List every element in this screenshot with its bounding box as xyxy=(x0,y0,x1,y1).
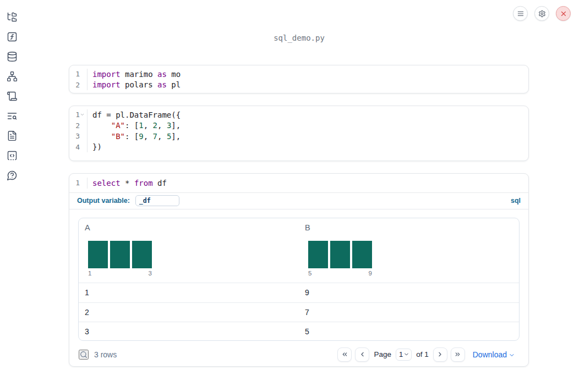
line-number: 4 xyxy=(69,142,87,153)
code-editor[interactable]: 1select * from df xyxy=(69,174,528,193)
table-cell: 9 xyxy=(299,283,519,302)
topbar xyxy=(513,6,571,21)
column-header-A[interactable]: A13 xyxy=(79,218,299,283)
line-number: 3 xyxy=(69,131,87,142)
table-row[interactable]: 35 xyxy=(79,322,519,341)
table-cell: 5 xyxy=(299,322,519,341)
table-header-row: A13B59 xyxy=(79,218,519,283)
sidebar-item-help[interactable] xyxy=(6,171,18,182)
snippets-code-icon xyxy=(7,150,18,163)
line-number-gutter: 12 xyxy=(69,69,88,90)
sidebar-item-snippets[interactable] xyxy=(6,151,18,162)
code-line: import polars as pl xyxy=(92,80,528,91)
histogram-bar xyxy=(110,241,130,268)
settings-button[interactable] xyxy=(534,6,549,21)
column-histogram xyxy=(308,241,372,268)
scroll-icon xyxy=(7,91,18,104)
chevrons-left-icon xyxy=(341,351,348,358)
pagination: Page 1 of 1 xyxy=(337,347,464,362)
network-icon xyxy=(7,71,18,84)
sidebar-item-functions[interactable] xyxy=(6,32,18,43)
file-text-icon xyxy=(7,130,18,143)
code-lines: df = pl.DataFrame({ "A": [1, 2, 3], "B":… xyxy=(88,109,528,152)
sql-cell[interactable]: 1select * from df Output variable: sql A… xyxy=(69,173,529,367)
sidebar-item-datasources[interactable] xyxy=(6,52,18,63)
histogram-bar xyxy=(330,241,350,268)
dataframe-table: A13B59 192735 xyxy=(78,218,520,341)
sidebar xyxy=(0,0,24,392)
line-number: 2 xyxy=(69,120,87,131)
line-number: 1 xyxy=(69,109,87,120)
output-variable-label: Output variable: xyxy=(77,197,130,205)
code-line: df = pl.DataFrame({ xyxy=(92,109,528,120)
column-histogram xyxy=(88,241,152,268)
page-total-label: of 1 xyxy=(416,350,429,358)
output-variable-row: Output variable: sql xyxy=(69,193,528,209)
close-icon xyxy=(560,10,567,18)
table-row[interactable]: 19 xyxy=(79,283,519,302)
download-button[interactable]: Download xyxy=(473,350,515,359)
help-bubble-icon xyxy=(7,170,18,183)
row-count: 3 rows xyxy=(94,350,117,359)
table-cell: 3 xyxy=(79,322,299,341)
last-page-button[interactable] xyxy=(451,347,465,362)
menu-icon xyxy=(517,10,524,18)
text-search-icon xyxy=(7,111,18,124)
table-body: 192735 xyxy=(79,283,519,341)
histogram-max-label: 9 xyxy=(369,270,372,277)
chevron-left-icon xyxy=(359,351,366,358)
chevrons-right-icon xyxy=(454,351,461,358)
function-square-icon xyxy=(7,31,18,45)
code-editor[interactable]: 1234df = pl.DataFrame({ "A": [1, 2, 3], … xyxy=(69,106,528,156)
chevron-down-icon xyxy=(509,351,515,358)
line-number: 2 xyxy=(69,80,87,91)
close-button[interactable] xyxy=(556,6,571,21)
folder-tree-icon xyxy=(7,12,18,25)
gear-icon xyxy=(538,10,546,18)
sidebar-item-logs[interactable] xyxy=(6,92,18,103)
first-page-button[interactable] xyxy=(337,347,352,362)
sidebar-item-dependency-graph[interactable] xyxy=(6,72,18,83)
line-number: 1 xyxy=(69,178,87,189)
output-variable-input[interactable] xyxy=(135,195,179,206)
histogram-bar xyxy=(308,241,328,268)
notebook-title: sql_demo.py xyxy=(24,34,574,42)
table-cell: 2 xyxy=(79,303,299,322)
column-name: A xyxy=(85,223,293,232)
code-line: "B": [9, 7, 5], xyxy=(92,131,528,142)
marimo-app: sql_demo.py 12import marimo as moimport … xyxy=(0,0,574,392)
code-line: select * from df xyxy=(92,178,528,189)
histogram-range-labels: 59 xyxy=(308,270,372,277)
fold-chevron-icon[interactable] xyxy=(80,112,85,118)
sidebar-item-outline-search[interactable] xyxy=(6,112,18,123)
page-select-value: 1 xyxy=(399,350,403,358)
line-number-gutter: 1234 xyxy=(69,109,88,152)
code-cell-imports[interactable]: 12import marimo as moimport polars as pl xyxy=(69,65,529,93)
language-badge: sql xyxy=(511,197,521,205)
page-label: Page xyxy=(374,350,391,358)
page-select[interactable]: 1 xyxy=(396,349,412,361)
menu-button[interactable] xyxy=(513,6,528,21)
code-line: }) xyxy=(92,142,528,153)
histogram-bar xyxy=(132,241,152,268)
sidebar-item-documentation[interactable] xyxy=(6,131,18,142)
table-footer: 3 rows Page 1 of 1 xyxy=(69,341,528,367)
previous-page-button[interactable] xyxy=(355,347,369,362)
column-header-B[interactable]: B59 xyxy=(299,218,519,283)
histogram-max-label: 3 xyxy=(149,270,152,277)
sidebar-item-file-explorer[interactable] xyxy=(6,13,18,24)
code-cell-dataframe[interactable]: 1234df = pl.DataFrame({ "A": [1, 2, 3], … xyxy=(69,106,529,161)
table-cell: 1 xyxy=(79,283,299,302)
code-editor[interactable]: 12import marimo as moimport polars as pl xyxy=(69,65,528,93)
histogram-bar xyxy=(88,241,108,268)
search-button[interactable] xyxy=(79,350,89,360)
code-line: import marimo as mo xyxy=(92,69,528,80)
line-number: 1 xyxy=(69,69,87,80)
histogram-range-labels: 13 xyxy=(88,270,152,277)
chevron-right-icon xyxy=(436,351,444,358)
table-row[interactable]: 27 xyxy=(79,302,519,322)
line-number-gutter: 1 xyxy=(69,178,88,189)
next-page-button[interactable] xyxy=(433,347,447,362)
table-cell: 7 xyxy=(299,303,519,322)
histogram-bar xyxy=(352,241,372,268)
